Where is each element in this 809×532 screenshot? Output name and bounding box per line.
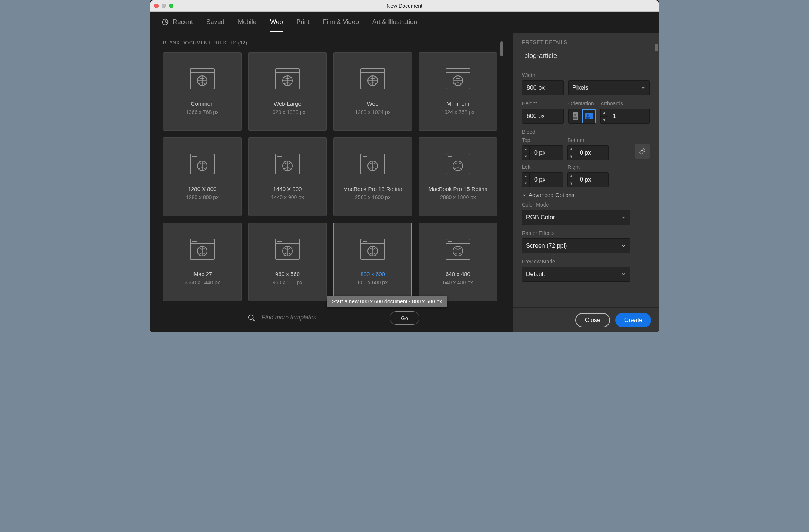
- preset-card[interactable]: 960 x 560960 x 560 px: [248, 223, 327, 301]
- bleed-top-input[interactable]: [533, 149, 559, 157]
- tab-recent[interactable]: Recent: [162, 18, 193, 26]
- bleed-right-down[interactable]: ▼: [568, 180, 575, 187]
- bleed-top-up[interactable]: ▲: [522, 146, 529, 153]
- bleed-link-toggle[interactable]: [635, 144, 650, 159]
- bleed-left-down[interactable]: ▼: [522, 180, 529, 187]
- search-icon: [247, 314, 256, 322]
- dialog-footer: Close Create: [513, 307, 659, 332]
- search-go-button[interactable]: Go: [390, 311, 419, 325]
- preset-card-dimensions: 800 x 600 px: [358, 279, 388, 285]
- close-window-button[interactable]: [154, 4, 159, 8]
- bleed-left-label: Left: [522, 164, 563, 170]
- clock-icon: [162, 18, 169, 26]
- preset-card-name: Minimum: [447, 100, 470, 107]
- units-value: Pixels: [572, 84, 588, 91]
- main-scrollbar[interactable]: [499, 40, 504, 306]
- orientation-landscape-button[interactable]: [582, 109, 596, 123]
- document-name-input[interactable]: [522, 52, 650, 65]
- color-mode-select[interactable]: RGB Color: [522, 210, 630, 225]
- maximize-window-button[interactable]: [169, 4, 173, 8]
- tab-mobile[interactable]: Mobile: [238, 12, 256, 32]
- web-document-icon: [446, 68, 470, 89]
- preset-card-dimensions: 960 x 560 px: [273, 279, 302, 285]
- orientation-toggle: [568, 109, 596, 124]
- web-document-icon: [190, 68, 215, 89]
- titlebar: New Document: [150, 0, 659, 12]
- preset-card[interactable]: Web1280 x 1024 px: [333, 52, 412, 131]
- bleed-right-input[interactable]: [579, 176, 605, 183]
- preview-mode-select[interactable]: Default: [522, 267, 630, 282]
- bleed-bottom-input[interactable]: [579, 149, 605, 157]
- height-input[interactable]: [522, 109, 564, 124]
- preset-card[interactable]: 1440 X 9001440 x 900 px: [248, 137, 327, 216]
- preset-card-name: 800 x 600: [360, 271, 385, 277]
- advanced-options-toggle[interactable]: Advanced Options: [522, 192, 650, 198]
- web-document-icon: [190, 154, 215, 174]
- window-title: New Document: [150, 3, 659, 9]
- width-input-field[interactable]: [526, 84, 560, 92]
- tab-film-video[interactable]: Film & Video: [323, 12, 359, 32]
- preset-card[interactable]: Common1366 x 768 px: [163, 52, 242, 131]
- preset-card[interactable]: Minimum1024 x 768 px: [419, 52, 497, 131]
- bleed-left-input[interactable]: [533, 176, 559, 183]
- template-search-bar: Go Start a new 800 x 600 document - 800 …: [163, 311, 504, 325]
- presets-count: (12): [238, 40, 247, 46]
- close-button[interactable]: Close: [575, 313, 610, 327]
- artboards-stepper[interactable]: ▲ ▼: [600, 109, 650, 124]
- web-document-icon: [275, 239, 300, 260]
- new-document-window: New Document Recent SavedMobileWebPrintF…: [150, 0, 659, 332]
- preset-card[interactable]: MacBook Pro 13 Retina2560 x 1600 px: [333, 137, 412, 216]
- presets-heading-text: BLANK DOCUMENT PRESETS: [163, 40, 236, 46]
- preset-card[interactable]: 640 x 480640 x 480 px: [419, 223, 497, 301]
- preset-details-heading: PRESET DETAILS: [522, 39, 650, 45]
- bleed-bottom-down[interactable]: ▼: [568, 153, 575, 160]
- svg-rect-56: [586, 117, 590, 119]
- presets-grid: Common1366 x 768 px Web-Large1920 x 1080…: [163, 52, 504, 301]
- preset-card-dimensions: 1366 x 768 px: [186, 109, 219, 115]
- bleed-bottom-up[interactable]: ▲: [568, 146, 575, 153]
- artboards-input-field[interactable]: [612, 112, 646, 120]
- raster-effects-select[interactable]: Screen (72 ppi): [522, 238, 630, 253]
- bleed-top-stepper[interactable]: ▲▼: [522, 145, 563, 160]
- minimize-window-button[interactable]: [162, 4, 166, 8]
- bleed-top-down[interactable]: ▼: [522, 153, 529, 160]
- orientation-portrait-button[interactable]: [569, 109, 582, 123]
- preset-card-name: 1440 X 900: [273, 186, 302, 192]
- preview-mode-value: Default: [526, 271, 545, 278]
- width-label: Width: [522, 72, 650, 78]
- preset-card[interactable]: MacBook Pro 15 Retina2880 x 1800 px: [419, 137, 497, 216]
- tab-print[interactable]: Print: [296, 12, 310, 32]
- template-search-input[interactable]: [260, 312, 384, 324]
- preset-card-dimensions: 1440 x 900 px: [271, 194, 304, 200]
- tab-web[interactable]: Web: [270, 12, 283, 32]
- preset-card[interactable]: 800 x 600800 x 600 px: [333, 223, 412, 301]
- artboards-step-down[interactable]: ▼: [601, 116, 608, 124]
- create-button[interactable]: Create: [615, 313, 651, 327]
- bleed-bottom-stepper[interactable]: ▲▼: [567, 145, 609, 160]
- artboards-step-up[interactable]: ▲: [601, 109, 608, 116]
- tab-art-illustration[interactable]: Art & Illustration: [372, 12, 417, 32]
- main-scrollbar-thumb[interactable]: [500, 41, 503, 56]
- preset-card[interactable]: Web-Large1920 x 1080 px: [248, 52, 327, 131]
- web-document-icon: [275, 154, 300, 174]
- preset-card-dimensions: 640 x 480 px: [443, 279, 473, 285]
- height-input-field[interactable]: [526, 112, 560, 120]
- width-input[interactable]: [522, 80, 564, 95]
- panel-scrollbar[interactable]: [653, 33, 659, 307]
- preset-card[interactable]: 1280 X 8001280 x 800 px: [163, 137, 242, 216]
- units-select[interactable]: Pixels: [568, 80, 650, 95]
- preset-card-dimensions: 1280 x 1024 px: [355, 109, 391, 115]
- bleed-left-stepper[interactable]: ▲▼: [522, 172, 563, 187]
- bleed-right-stepper[interactable]: ▲▼: [567, 172, 609, 187]
- bleed-bottom-label: Bottom: [567, 137, 609, 143]
- presets-heading: BLANK DOCUMENT PRESETS (12): [163, 40, 504, 46]
- preset-card-name: MacBook Pro 15 Retina: [428, 186, 487, 192]
- tab-saved[interactable]: Saved: [206, 12, 224, 32]
- panel-scrollbar-thumb[interactable]: [655, 44, 658, 51]
- orientation-label: Orientation: [568, 100, 596, 106]
- web-document-icon: [360, 239, 385, 260]
- bleed-left-up[interactable]: ▲: [522, 173, 529, 180]
- preset-card[interactable]: iMac 272560 x 1440 px: [163, 223, 242, 301]
- bleed-right-up[interactable]: ▲: [568, 173, 575, 180]
- preset-card-dimensions: 1920 x 1080 px: [270, 109, 305, 115]
